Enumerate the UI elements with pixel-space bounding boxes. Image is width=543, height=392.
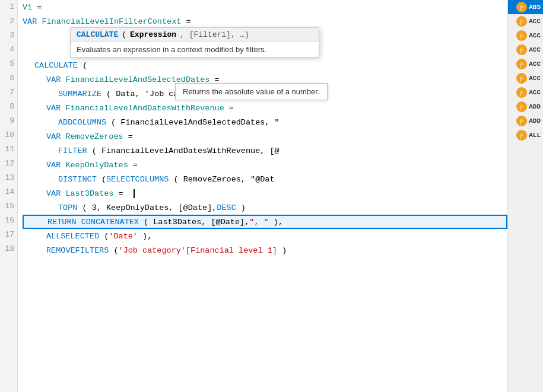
panel-label-acc-2: ACC xyxy=(529,32,541,39)
equals-12: = xyxy=(128,161,138,170)
paren-5: ( xyxy=(78,61,87,70)
kw-var-10: VAR xyxy=(46,132,61,141)
panel-item-acc-5[interactable]: fx ACC xyxy=(508,71,543,85)
fx-icon-abs: fx xyxy=(516,2,527,12)
kw-topn-15: TOPN xyxy=(58,203,77,212)
var-name-v1: V1 xyxy=(23,3,32,12)
kw-var-6: VAR xyxy=(46,75,61,84)
string-17: 'Date' xyxy=(109,232,138,241)
panel-item-add-2[interactable]: fx ADD xyxy=(508,114,543,128)
kw-var-8: VAR xyxy=(46,104,61,113)
kw-removefilters-18: REMOVEFILTERS xyxy=(46,246,109,255)
allselected-close-17: ), xyxy=(138,232,152,241)
fx-icon-add-2: fx xyxy=(516,116,527,126)
var-name-8: FinancialLevelAndDatesWithRevenue xyxy=(65,104,224,113)
code-editor[interactable]: V1 = VAR FinancialLevelInFilterContext =… xyxy=(18,0,507,392)
kw-var-14: VAR xyxy=(46,189,61,198)
equals-1: = xyxy=(32,3,42,12)
kw-concatenatex-16: CONCATENATEX xyxy=(81,218,139,227)
autocomplete-popup[interactable]: CALCULATE ( Expression , [Filter1], …) E… xyxy=(70,27,319,58)
line-num-5: 5 xyxy=(0,57,17,71)
kw-summarize-7: SUMMARIZE xyxy=(58,90,101,98)
line-num-18: 18 xyxy=(0,242,17,256)
panel-item-all[interactable]: fx ALL xyxy=(508,128,543,142)
panel-item-acc-6[interactable]: fx ACC xyxy=(508,85,543,100)
kw-desc-15: DESC xyxy=(217,203,236,212)
line-num-11: 11 xyxy=(0,142,17,157)
var-name-10: RemoveZeroes xyxy=(65,132,123,141)
line-num-13: 13 xyxy=(0,171,17,185)
kw-addcolumns-9: ADDCOLUMNS xyxy=(58,118,106,127)
line-num-12: 12 xyxy=(0,157,17,171)
var-name-financial: FinancialLevelInFilterContext xyxy=(42,17,181,26)
line-num-1: 1 xyxy=(0,0,17,14)
panel-item-add-1[interactable]: fx ADD xyxy=(508,100,543,114)
line-num-7: 7 xyxy=(0,85,17,100)
line-num-3: 3 xyxy=(0,28,17,43)
space-16 xyxy=(77,218,81,227)
line-num-8: 8 xyxy=(0,100,17,114)
autocomplete-description: Evaluates an expression in a context mod… xyxy=(71,42,319,57)
panel-label-acc-3: ACC xyxy=(529,46,541,53)
autocomplete-func-name: CALCULATE xyxy=(77,30,118,39)
kw-var-2: VAR xyxy=(23,17,37,26)
equals-2: = xyxy=(181,17,190,26)
equals-8: = xyxy=(224,104,234,113)
panel-item-acc-3[interactable]: fx ACC xyxy=(508,43,543,57)
editor-area: 1 2 3 4 5 6 7 8 9 10 11 12 13 14 15 16 1… xyxy=(0,0,543,392)
code-line-2: VAR FinancialLevelInFilterContext = xyxy=(23,14,507,28)
kw-distinct-13: DISTINCT xyxy=(58,175,97,184)
topn-args-15: ( 3, KeepOnlyDates, [@Date], xyxy=(77,203,217,212)
panel-item-acc-1[interactable]: fx ACC xyxy=(508,14,543,28)
removefilters-args-18: ( xyxy=(109,246,118,255)
panel-label-add-2: ADD xyxy=(529,117,541,125)
text-cursor xyxy=(134,189,135,198)
addcolumns-args-9: ( FinancialLevelAndSelectedDates, " xyxy=(106,118,280,127)
distinct-args-13: ( xyxy=(97,175,106,184)
panel-label-abs: ABS xyxy=(529,4,541,11)
panel-item-abs[interactable]: fx ABS xyxy=(508,0,543,14)
selectcols-args-13: ( RemoveZeroes, "@Dat xyxy=(169,175,274,184)
space-6 xyxy=(61,75,65,84)
kw-var-12: VAR xyxy=(46,161,61,170)
autocomplete-header: CALCULATE ( Expression , [Filter1], …) xyxy=(71,28,319,42)
autocomplete-param-required: Expression xyxy=(130,30,176,39)
string-16: ", " xyxy=(249,218,268,227)
line-num-4: 4 xyxy=(0,43,17,57)
fx-icon-acc-4: fx xyxy=(516,59,527,69)
right-panel: fx ABS fx ACC fx ACC fx ACC fx ACC fx AC… xyxy=(507,0,543,392)
space-12 xyxy=(61,161,65,170)
code-line-1: V1 = xyxy=(23,0,507,14)
panel-label-acc-5: ACC xyxy=(529,75,541,82)
line-numbers: 1 2 3 4 5 6 7 8 9 10 11 12 13 14 15 16 1… xyxy=(0,0,18,392)
panel-label-acc-6: ACC xyxy=(529,89,541,96)
code-line-14: VAR Last3Dates = xyxy=(23,186,507,200)
fx-icon-acc-1: fx xyxy=(516,16,527,27)
kw-calculate-5: CALCULATE xyxy=(34,61,78,70)
code-line-11: FILTER ( FinancialLevelAndDatesWithReven… xyxy=(23,144,507,158)
kw-filter-11: FILTER xyxy=(58,146,87,155)
kw-selectcols-13: SELECTCOLUMNS xyxy=(106,175,169,184)
code-line-18: REMOVEFILTERS ( 'Job category'[Financial… xyxy=(23,243,507,257)
concat-close-16: ), xyxy=(269,218,283,227)
equals-14: = xyxy=(113,189,132,198)
panel-item-acc-4[interactable]: fx ACC xyxy=(508,57,543,71)
line-num-2: 2 xyxy=(0,14,17,28)
code-line-12: VAR KeepOnlyDates = xyxy=(23,158,507,172)
string-18: 'Job category'[Financial level 1] xyxy=(119,246,277,255)
line-num-9: 9 xyxy=(0,114,17,128)
code-line-10: VAR RemoveZeroes = xyxy=(23,129,507,144)
code-line-8: VAR FinancialLevelAndDatesWithRevenue = xyxy=(23,101,507,115)
space-10 xyxy=(61,132,65,141)
space-2 xyxy=(37,17,42,26)
autocomplete-param-optional: , [Filter1], …) xyxy=(180,30,249,39)
kw-return-16: RETURN xyxy=(47,218,77,227)
fx-icon-add-1: fx xyxy=(516,101,527,112)
fx-icon-acc-3: fx xyxy=(516,44,527,55)
panel-item-acc-2[interactable]: fx ACC xyxy=(508,28,543,43)
code-line-5: CALCULATE ( xyxy=(23,58,507,72)
fx-icon-acc-5: fx xyxy=(516,73,527,84)
abs-tooltip: Returns the absolute value of a number. xyxy=(175,83,328,100)
space-8 xyxy=(61,104,65,113)
panel-label-add-1: ADD xyxy=(529,103,541,110)
